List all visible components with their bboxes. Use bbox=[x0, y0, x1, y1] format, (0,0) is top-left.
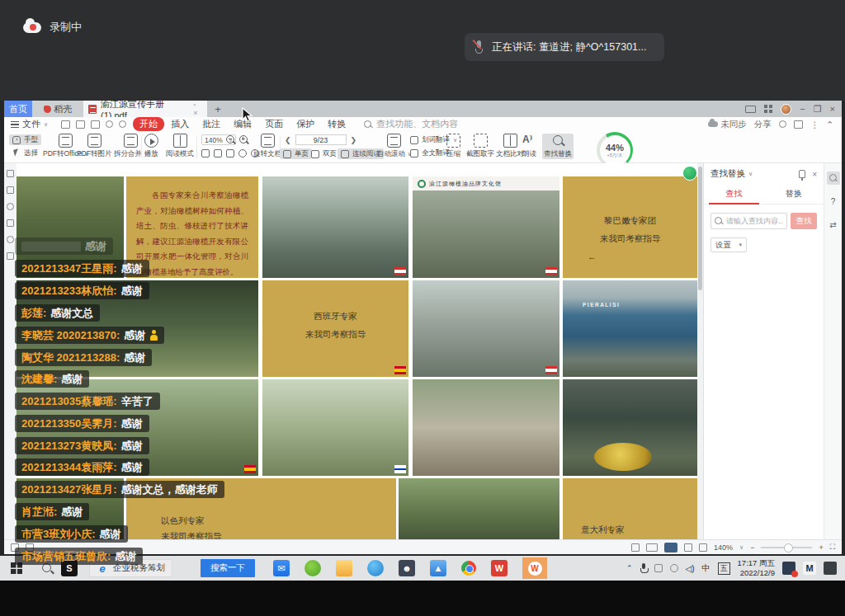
layout-icon[interactable] bbox=[745, 106, 756, 113]
cube-icon[interactable] bbox=[7, 252, 14, 260]
file-menu[interactable]: 文件 ∨ bbox=[4, 118, 54, 130]
comment-icon[interactable] bbox=[7, 203, 14, 210]
zoom-in-icon[interactable] bbox=[238, 134, 248, 144]
menu-tab-comment[interactable]: 批注 bbox=[196, 117, 227, 131]
zoom-minus-icon[interactable]: − bbox=[750, 543, 754, 552]
restore-button[interactable]: ❐ bbox=[814, 104, 822, 115]
notes-icon[interactable] bbox=[26, 543, 34, 552]
tray-expand-icon[interactable]: ⌃ bbox=[626, 564, 633, 572]
search-panel-icon[interactable] bbox=[7, 236, 14, 243]
ime-indicator[interactable]: 中 bbox=[702, 562, 710, 574]
tab-home[interactable]: 首页 bbox=[4, 101, 32, 117]
fit-width-status-icon[interactable] bbox=[699, 543, 707, 552]
command-search[interactable]: 查找功能、文档内容 bbox=[364, 118, 458, 130]
contents-icon[interactable] bbox=[11, 543, 19, 552]
find-tab[interactable]: 查找 bbox=[704, 185, 764, 204]
notification-app-icon[interactable] bbox=[782, 562, 795, 575]
single-page-view-icon[interactable] bbox=[631, 543, 640, 552]
help-icon[interactable]: ? bbox=[827, 195, 840, 208]
settings-dropdown[interactable]: 设置 ▾ bbox=[710, 237, 747, 252]
open-icon[interactable] bbox=[61, 120, 70, 129]
fit-page-status-icon[interactable] bbox=[684, 543, 692, 552]
panel-dropdown-icon[interactable]: ∨ bbox=[748, 171, 753, 177]
read-aloud-button[interactable]: A⁾ 朗读 bbox=[522, 134, 536, 159]
menu-tab-start[interactable]: 开始 bbox=[133, 117, 164, 131]
hand-tool-button[interactable]: 手型 bbox=[9, 134, 41, 145]
share-button[interactable]: 分享 bbox=[754, 119, 772, 130]
panel-close-icon[interactable]: × bbox=[812, 170, 817, 179]
save-icon[interactable] bbox=[76, 120, 85, 129]
rotate-left-icon[interactable] bbox=[238, 149, 247, 158]
pdf-to-image-button[interactable]: PDF转图片 bbox=[77, 134, 112, 159]
redo-icon[interactable] bbox=[119, 120, 126, 128]
photos-app-icon[interactable]: ▲ bbox=[430, 560, 446, 576]
tab-document[interactable]: 渝江源宣传手册(1).pdf ▫ × bbox=[83, 101, 207, 117]
close-button[interactable]: × bbox=[830, 104, 835, 114]
mail-app-icon[interactable]: ✉ bbox=[273, 560, 290, 576]
find-button[interactable]: 查找 bbox=[791, 213, 817, 229]
user-avatar[interactable] bbox=[781, 104, 791, 115]
next-page-icon[interactable]: ❯ bbox=[351, 136, 357, 144]
fullscreen-icon[interactable]: ⛶ bbox=[830, 543, 835, 552]
zoom-plus-icon[interactable]: + bbox=[819, 543, 823, 552]
sync-status[interactable]: 未同步 bbox=[708, 119, 747, 130]
tray-clock[interactable]: 17:17 周五 2022/12/9 bbox=[738, 558, 775, 578]
search-task-button[interactable]: 搜索一下 bbox=[201, 559, 255, 577]
chat-app-icon[interactable] bbox=[824, 562, 837, 575]
pdf-page[interactable]: 各国专家来合川考察油橄榄产业，对油橄榄树种如何种植、培土、防虫、修枝进行了技术讲… bbox=[17, 163, 697, 539]
play-button[interactable]: 播放 bbox=[144, 134, 158, 159]
tray-mic-icon[interactable] bbox=[640, 563, 647, 573]
minimize-button[interactable]: − bbox=[800, 104, 805, 114]
doc-compare-button[interactable]: 文档比对 bbox=[496, 134, 524, 159]
zoom-out-icon[interactable] bbox=[225, 134, 235, 144]
menu-tab-insert[interactable]: 插入 bbox=[164, 117, 196, 131]
options-slider-icon[interactable]: ⇄ bbox=[827, 218, 840, 231]
compress-button[interactable]: 压缩 bbox=[446, 134, 460, 159]
status-zoom-value[interactable]: 140% bbox=[714, 543, 733, 552]
rotate-doc-button[interactable]: 旋转文档 bbox=[253, 134, 281, 159]
page-mode-icon[interactable] bbox=[664, 543, 677, 553]
tab-docer[interactable]: 稻壳 bbox=[32, 101, 83, 117]
attachment-icon[interactable] bbox=[7, 219, 14, 227]
find-tool-icon[interactable] bbox=[827, 172, 840, 185]
zoom-slider[interactable] bbox=[761, 547, 812, 548]
read-mode-button[interactable]: 阅读模式 bbox=[166, 134, 194, 159]
page-indicator[interactable]: 9/23 bbox=[295, 134, 347, 145]
wps-task-button[interactable]: W bbox=[522, 557, 547, 579]
split-merge-button[interactable]: 拆分合并 ∨ bbox=[114, 134, 149, 159]
ime-mode-box[interactable]: 五 bbox=[718, 562, 730, 575]
collapse-ribbon-icon[interactable]: ⌃ bbox=[826, 120, 833, 129]
menu-tab-protect[interactable]: 保护 bbox=[290, 117, 321, 131]
comment-bubble-icon[interactable] bbox=[794, 120, 803, 129]
replace-tab[interactable]: 替换 bbox=[764, 185, 824, 204]
volume-icon[interactable]: ◁) bbox=[686, 564, 695, 573]
fit-width-icon[interactable] bbox=[214, 149, 222, 158]
tab-close-icon[interactable]: ▫ × bbox=[193, 101, 202, 117]
screenshot-ocr-button[interactable]: 截图取字 bbox=[466, 134, 494, 159]
apps-grid-icon[interactable] bbox=[764, 105, 772, 113]
ie-task-button[interactable]: e 企业税务筹划 bbox=[89, 559, 172, 577]
zoom-dropdown-icon[interactable]: ∨ bbox=[739, 544, 744, 551]
w-app-icon[interactable]: W bbox=[491, 560, 507, 576]
more-menu-icon[interactable]: ⋮ bbox=[810, 120, 819, 129]
undo-icon[interactable] bbox=[106, 120, 113, 128]
network-icon[interactable] bbox=[670, 564, 678, 572]
thumbnail-icon[interactable] bbox=[7, 186, 14, 194]
menu-tab-page[interactable]: 页面 bbox=[258, 117, 290, 131]
select-tool-button[interactable]: 选择 bbox=[9, 148, 41, 158]
tray-device-icon[interactable] bbox=[654, 564, 663, 572]
vertical-scrollbar[interactable] bbox=[697, 163, 703, 539]
page-float-badge[interactable] bbox=[682, 166, 697, 181]
folder-icon[interactable] bbox=[336, 560, 352, 576]
double-page-view-icon[interactable] bbox=[646, 543, 658, 552]
actual-size-icon[interactable] bbox=[226, 149, 234, 158]
bookmark-icon[interactable] bbox=[7, 170, 14, 177]
meeting-app-icon[interactable]: M bbox=[803, 562, 816, 575]
start-button[interactable] bbox=[0, 562, 33, 574]
find-replace-button[interactable]: 查找替换 bbox=[542, 134, 574, 159]
pin-icon[interactable] bbox=[799, 170, 805, 178]
taskbar-search-icon[interactable] bbox=[41, 562, 53, 574]
menu-tab-convert[interactable]: 转换 bbox=[321, 117, 352, 131]
browser-sphere-icon[interactable] bbox=[367, 560, 384, 576]
globe-icon[interactable] bbox=[779, 120, 786, 128]
